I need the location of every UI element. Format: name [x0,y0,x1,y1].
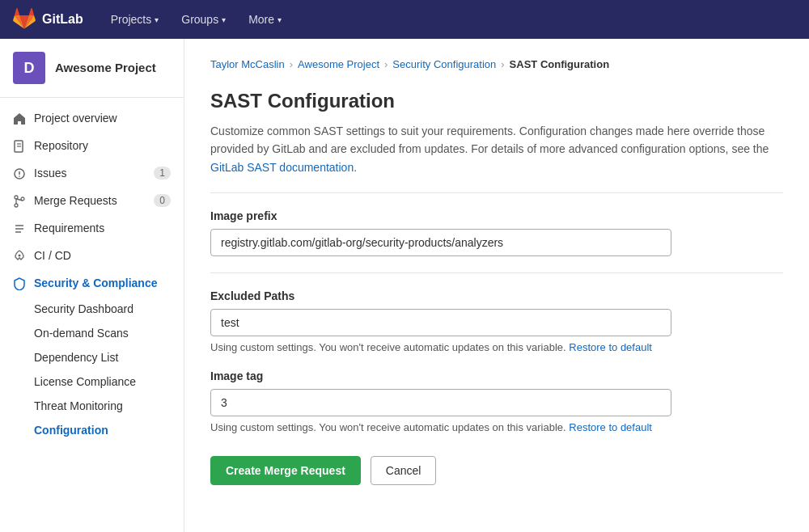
svg-point-13 [19,255,21,257]
breadcrumb-user[interactable]: Taylor McCaslin [210,58,285,70]
image-tag-input[interactable] [210,389,671,416]
sidebar-item-security-compliance[interactable]: Security & Compliance [0,269,184,297]
excluded-paths-group: Excluded Paths Using custom settings. Yo… [210,289,783,353]
merge-requests-badge: 0 [154,194,171,207]
list-icon [13,222,26,234]
sidebar-subitem-configuration[interactable]: Configuration [0,418,184,442]
chevron-down-icon: ▾ [222,15,226,24]
home-icon [13,112,26,125]
sidebar-item-issues[interactable]: Issues 1 [0,159,184,187]
sidebar-subitem-security-dashboard[interactable]: Security Dashboard [0,297,184,321]
project-avatar: D [13,52,45,84]
create-merge-request-button[interactable]: Create Merge Request [210,456,361,485]
sidebar-subitem-dependency-list[interactable]: Dependency List [0,345,184,369]
excluded-paths-input[interactable] [210,309,671,336]
sidebar-item-ci-cd[interactable]: CI / CD [0,242,184,269]
svg-point-5 [19,175,20,177]
shield-icon [13,277,26,289]
image-tag-restore-link[interactable]: Restore to default [569,421,652,433]
merge-icon [13,194,26,207]
sidebar-item-requirements[interactable]: Requirements [0,214,184,242]
rocket-icon [13,249,26,262]
excluded-paths-restore-link[interactable]: Restore to default [569,341,652,353]
section-divider-2 [210,272,783,273]
sidebar-subitem-license-compliance[interactable]: License Compliance [0,369,184,394]
sidebar-item-project-overview[interactable]: Project overview [0,104,184,132]
breadcrumb-security-config[interactable]: Security Configuration [392,58,496,70]
sast-docs-link[interactable]: GitLab SAST documentation [210,161,354,174]
book-icon [13,139,26,152]
main-content: Taylor McCaslin › Awesome Project › Secu… [184,39,809,532]
svg-point-7 [15,204,18,207]
sidebar-subitem-on-demand-scans[interactable]: On-demand Scans [0,321,184,345]
chevron-down-icon: ▾ [155,15,159,24]
nav-groups[interactable]: Groups ▾ [173,10,234,29]
breadcrumb-sep-2: › [384,58,388,70]
cancel-button[interactable]: Cancel [371,456,437,485]
image-tag-group: Image tag Using custom settings. You won… [210,369,783,433]
gitlab-logo[interactable]: GitLab [13,8,83,31]
sidebar-nav: Project overview Repository [0,98,184,449]
project-name: Awesome Project [55,60,156,76]
project-header[interactable]: D Awesome Project [0,39,184,98]
nav-projects[interactable]: Projects ▾ [103,10,167,29]
image-prefix-input[interactable] [210,229,671,256]
sidebar: D Awesome Project Project overview [0,39,184,532]
page-description: Customize common SAST settings to suit y… [210,122,783,176]
image-tag-hint: Using custom settings. You won't receive… [210,421,671,433]
svg-point-6 [15,196,18,199]
chevron-down-icon: ▾ [277,15,282,24]
breadcrumb-sep-1: › [290,58,293,70]
image-tag-label: Image tag [210,369,783,382]
nav-more[interactable]: More ▾ [240,10,290,29]
sidebar-subitem-threat-monitoring[interactable]: Threat Monitoring [0,394,184,418]
form-actions: Create Merge Request Cancel [210,456,783,485]
excluded-paths-hint: Using custom settings. You won't receive… [210,341,671,353]
page-title: SAST Configuration [210,90,783,112]
sidebar-item-repository[interactable]: Repository [0,132,184,159]
breadcrumb-current: SAST Configuration [510,58,610,70]
image-prefix-group: Image prefix [210,209,783,256]
image-prefix-label: Image prefix [210,209,783,222]
excluded-paths-label: Excluded Paths [210,289,783,302]
top-navigation: GitLab Projects ▾ Groups ▾ More ▾ [0,0,809,39]
sidebar-item-merge-requests[interactable]: Merge Requests 0 [0,187,184,214]
breadcrumb-sep-3: › [501,58,504,70]
section-divider [210,192,783,193]
breadcrumb-project[interactable]: Awesome Project [298,58,379,70]
breadcrumb: Taylor McCaslin › Awesome Project › Secu… [210,58,783,70]
issue-icon [13,167,26,179]
issues-badge: 1 [154,167,171,179]
